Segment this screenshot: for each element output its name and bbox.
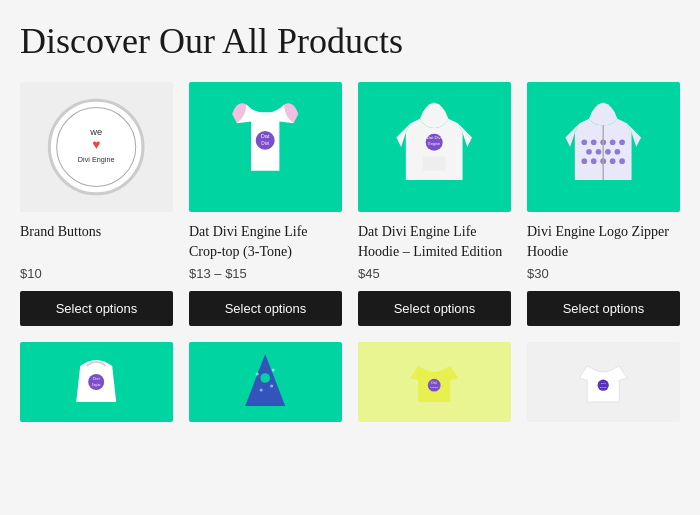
svg-text:Dat: Dat bbox=[261, 133, 270, 139]
svg-text:Divi: Divi bbox=[432, 381, 438, 385]
select-options-brand-buttons[interactable]: Select options bbox=[20, 291, 173, 326]
product-card-life-hoodie: Dat Divi Engine Dat Divi Engine Life Hoo… bbox=[358, 82, 511, 326]
product-price-life-hoodie: $45 bbox=[358, 266, 511, 281]
product-card-crop-top: Dat Divi Dat Divi Engine Life Crop-top (… bbox=[189, 82, 342, 326]
svg-text:Engine: Engine bbox=[92, 383, 102, 387]
svg-point-15 bbox=[610, 139, 616, 145]
svg-point-13 bbox=[591, 139, 597, 145]
svg-text:Divi: Divi bbox=[93, 377, 101, 382]
svg-point-32 bbox=[256, 373, 259, 376]
svg-text:Engine: Engine bbox=[431, 387, 440, 390]
product-image-crop-top: Dat Divi bbox=[189, 82, 342, 212]
svg-point-25 bbox=[620, 158, 626, 164]
svg-point-16 bbox=[620, 139, 626, 145]
products-grid: we ♥ Divi Engine Brand Buttons $10 Selec… bbox=[20, 82, 680, 326]
svg-text:Divi Engine: Divi Engine bbox=[78, 155, 115, 164]
bottom-products-row: Divi Engine Divi Engine bbox=[20, 342, 680, 432]
select-options-zipper-hoodie[interactable]: Select options bbox=[527, 291, 680, 326]
product-image-life-hoodie: Dat Divi Engine bbox=[358, 82, 511, 212]
svg-text:♥: ♥ bbox=[92, 137, 100, 152]
product-card-white-tshirt: Divi Engine bbox=[527, 342, 680, 432]
svg-point-34 bbox=[260, 389, 263, 392]
svg-point-21 bbox=[582, 158, 588, 164]
svg-point-17 bbox=[586, 149, 592, 155]
svg-point-22 bbox=[591, 158, 597, 164]
product-card-brand-buttons: we ♥ Divi Engine Brand Buttons $10 Selec… bbox=[20, 82, 173, 326]
product-price-brand-buttons: $10 bbox=[20, 266, 173, 281]
product-name-zipper-hoodie: Divi Engine Logo Zipper Hoodie bbox=[527, 222, 680, 261]
product-price-crop-top: $13 – $15 bbox=[189, 266, 342, 281]
svg-point-33 bbox=[272, 369, 275, 372]
svg-text:we: we bbox=[90, 127, 103, 137]
product-card-bag: Divi Engine bbox=[20, 342, 173, 432]
select-options-life-hoodie[interactable]: Select options bbox=[358, 291, 511, 326]
product-name-crop-top: Dat Divi Engine Life Crop-top (3-Tone) bbox=[189, 222, 342, 261]
product-name-life-hoodie: Dat Divi Engine Life Hoodie – Limited Ed… bbox=[358, 222, 511, 261]
svg-point-18 bbox=[596, 149, 602, 155]
svg-point-35 bbox=[270, 385, 273, 388]
svg-point-12 bbox=[582, 139, 588, 145]
product-price-zipper-hoodie: $30 bbox=[527, 266, 680, 281]
svg-point-24 bbox=[610, 158, 616, 164]
product-image-yellow-tshirt: Divi Engine bbox=[358, 342, 511, 422]
product-image-hat bbox=[189, 342, 342, 422]
product-card-yellow-tshirt: Divi Engine bbox=[358, 342, 511, 432]
product-card-zipper-hoodie: Divi Engine Logo Zipper Hoodie $30 Selec… bbox=[527, 82, 680, 326]
svg-text:Divi: Divi bbox=[601, 382, 606, 385]
product-card-hat bbox=[189, 342, 342, 432]
svg-text:Engine: Engine bbox=[600, 387, 607, 390]
product-image-zipper-hoodie bbox=[527, 82, 680, 212]
product-image-white-tshirt: Divi Engine bbox=[527, 342, 680, 422]
svg-text:Divi: Divi bbox=[262, 141, 270, 146]
svg-text:Dat Divi: Dat Divi bbox=[427, 135, 442, 140]
page-title: Discover Our All Products bbox=[20, 20, 680, 62]
product-name-brand-buttons: Brand Buttons bbox=[20, 222, 173, 261]
product-image-brand-buttons: we ♥ Divi Engine bbox=[20, 82, 173, 212]
svg-point-20 bbox=[615, 149, 621, 155]
select-options-crop-top[interactable]: Select options bbox=[189, 291, 342, 326]
svg-text:Engine: Engine bbox=[429, 142, 441, 146]
svg-point-19 bbox=[605, 149, 611, 155]
svg-point-31 bbox=[261, 373, 271, 383]
product-image-bag: Divi Engine bbox=[20, 342, 173, 422]
